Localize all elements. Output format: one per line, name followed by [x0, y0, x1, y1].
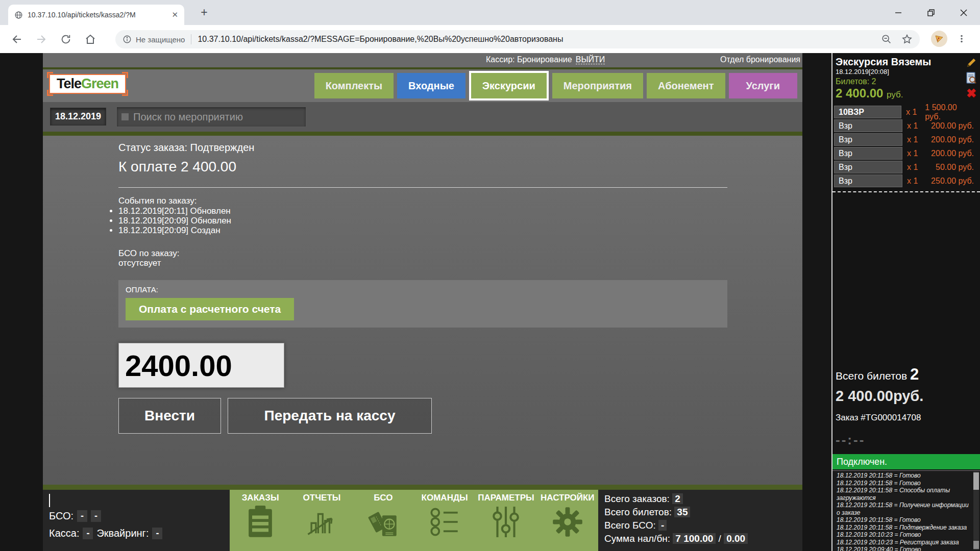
date-field[interactable]: 18.12.2019 — [50, 108, 106, 126]
logout-link[interactable]: ВЫЙТИ — [576, 55, 605, 64]
delete-icon[interactable]: ✖ — [966, 88, 976, 99]
cart-item-row[interactable]: Взр x 1 50.00 руб. — [832, 160, 980, 174]
header: TeleGreen Комплекты Входные Экскурсии Ме… — [43, 69, 802, 102]
cart-sidebar: Экскурсия Вяземы 18.12.2019[20:08] Билет… — [831, 53, 980, 551]
browser-tab[interactable]: 10.37.10.10/api/tickets/kassa2/?M ✕ — [8, 5, 184, 25]
cart-item-row[interactable]: 10ВЗР x 1 1 500.00 руб. — [832, 105, 980, 119]
pay-from-account-button[interactable]: Оплата с расчетного счета — [126, 298, 294, 320]
tab-vkhodnye[interactable]: Входные — [397, 73, 465, 98]
payment-title: ОПЛАТА: — [126, 285, 720, 294]
order-panel: Статус заказа: Подтвержден К оплате 2 40… — [43, 136, 802, 485]
log-line: 18.12.2019 20:11:58 = Готово — [837, 516, 971, 524]
cart-items: 10ВЗР x 1 1 500.00 руб. Взр x 1 200.00 р… — [832, 105, 980, 188]
home-icon[interactable] — [81, 30, 100, 49]
tab-uslugi[interactable]: Услуги — [729, 73, 798, 98]
payment-panel: ОПЛАТА: Оплата с расчетного счета — [118, 280, 727, 328]
security-label: Не защищено — [136, 35, 185, 44]
cart-total-value: 2 400.00 — [836, 86, 883, 100]
new-tab-button[interactable]: + — [197, 5, 212, 20]
amount-input[interactable] — [119, 343, 284, 387]
bso-total-value: - — [658, 520, 667, 531]
divider — [118, 187, 727, 188]
extension-icon[interactable] — [931, 31, 947, 47]
address-divider — [191, 34, 191, 44]
chart-icon — [306, 506, 337, 538]
edit-icon[interactable] — [966, 57, 977, 68]
cashier-label: Кассир: Бронирование — [486, 55, 572, 64]
menu-commands[interactable]: КОМАНДЫ — [414, 490, 475, 551]
globe-icon — [14, 11, 23, 19]
menu-orders[interactable]: ЗАКАЗЫ — [230, 490, 291, 551]
cart-tickets-count: Билетов: 2 — [836, 77, 980, 86]
orders-total-value: 2 — [672, 493, 683, 504]
bookmark-star-icon[interactable] — [901, 34, 913, 45]
log-scrollbar[interactable] — [973, 471, 979, 550]
url-text[interactable]: 10.37.10.10/api/tickets/kassa2/?MESSAGE=… — [198, 35, 876, 44]
reload-icon[interactable] — [56, 30, 76, 49]
search-input[interactable] — [133, 111, 297, 123]
back-icon[interactable] — [7, 30, 27, 49]
transfer-to-kassa-button[interactable]: Передать на кассу — [228, 398, 432, 434]
order-bso-title: БСО по заказу: — [118, 248, 802, 258]
logo-text-tele: Tele — [57, 76, 81, 91]
menu-bso[interactable]: БСО — [353, 490, 414, 551]
close-window-button[interactable] — [947, 0, 980, 25]
bso-label: БСО: — [49, 510, 74, 522]
tickets-icon — [368, 506, 399, 538]
document-preview-icon[interactable] — [966, 72, 977, 84]
category-tabs: Комплекты Входные Экскурсии Мероприятия … — [314, 69, 797, 102]
forward-icon[interactable] — [32, 30, 51, 49]
text-cursor — [49, 494, 50, 507]
event-log: 18.12.2019 20:11:58 = Готово 18.12.2019 … — [832, 470, 980, 551]
cart-item-row[interactable]: Взр x 1 200.00 руб. — [832, 119, 980, 133]
tickets-total-value: 35 — [674, 507, 690, 517]
order-event: 18.12.2019[20:11] Обновлен — [118, 206, 802, 216]
info-icon[interactable] — [122, 35, 132, 44]
log-line: 18.12.2019 20:09:40 = Готово — [837, 546, 971, 551]
menu-settings[interactable]: НАСТРОЙКИ — [537, 490, 598, 551]
event-search[interactable] — [116, 107, 306, 127]
clock-placeholder: --:-- — [836, 432, 923, 448]
cart-item-row[interactable]: Взр x 1 200.00 руб. — [832, 133, 980, 146]
log-scrollbar-end — [973, 541, 979, 549]
divider — [832, 191, 980, 192]
log-scrollbar-thumb[interactable] — [973, 472, 979, 490]
orders-total-label: Всего заказов: — [604, 493, 670, 504]
cart-item-row[interactable]: Взр x 1 200.00 руб. — [832, 146, 980, 160]
restore-button[interactable] — [915, 0, 947, 25]
tab-ekskursii[interactable]: Экскурсии — [469, 71, 549, 101]
order-event: 18.12.2019[20:09] Создан — [118, 226, 802, 235]
tab-komplekty[interactable]: Комплекты — [314, 73, 394, 98]
tab-abonement[interactable]: Абонемент — [647, 73, 725, 98]
amount-field-wrap — [118, 343, 284, 388]
cart-currency: руб. — [887, 90, 903, 99]
cart-title: Экскурсия Вяземы — [836, 56, 980, 68]
sum-cash-value: 7 100.00 — [673, 533, 716, 544]
browser-menu-icon[interactable] — [953, 31, 970, 47]
bottom-menu: ЗАКАЗЫ ОТЧЕТЫ — [230, 490, 598, 551]
menu-parameters[interactable]: ПАРАМЕТРЫ — [475, 490, 536, 551]
connection-status: Подключен. — [832, 454, 980, 469]
sum-separator: / — [719, 533, 721, 544]
list-icon — [429, 506, 460, 538]
menu-reports[interactable]: ОТЧЕТЫ — [291, 490, 352, 551]
order-status: Статус заказа: Подтвержден — [118, 142, 802, 154]
logo-text-green: Green — [81, 76, 118, 91]
divider — [43, 485, 802, 490]
acquiring-value-badge: - — [152, 528, 162, 539]
search-field-icon — [121, 113, 129, 120]
clipboard-icon — [246, 506, 275, 538]
log-line: 18.12.2019 20:11:58 = Готово — [837, 480, 971, 487]
tab-close-icon[interactable]: ✕ — [172, 10, 178, 19]
address-bar[interactable]: Не защищено 10.37.10.10/api/tickets/kass… — [115, 30, 920, 48]
log-line: 18.12.2019 20:11:58 = Способы оплаты заг… — [837, 487, 971, 502]
zoom-out-icon[interactable] — [881, 34, 892, 45]
cart-item-row[interactable]: Взр x 1 250.00 руб. — [832, 174, 980, 188]
browser-toolbar: Не защищено 10.37.10.10/api/tickets/kass… — [0, 25, 980, 53]
window-controls — [882, 0, 980, 25]
order-event: 18.12.2019[20:09] Обновлен — [118, 216, 802, 226]
department-label: Отдел бронирования — [720, 55, 800, 64]
tab-meropriyatiya[interactable]: Мероприятия — [552, 73, 643, 98]
deposit-button[interactable]: Внести — [118, 398, 221, 434]
minimize-button[interactable] — [882, 0, 915, 25]
